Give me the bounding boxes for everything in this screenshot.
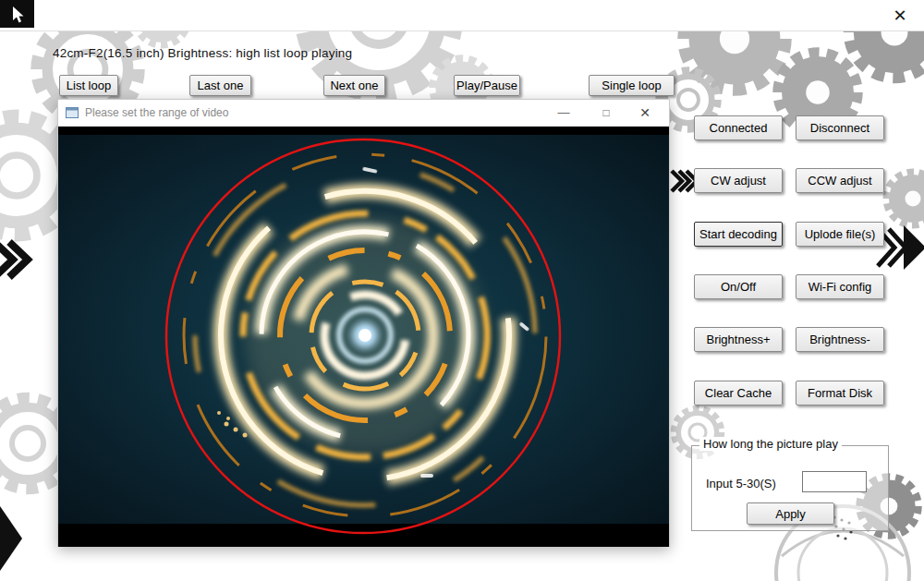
- seconds-input-label: Input 5-30(S): [706, 477, 776, 490]
- status-text: 42cm-F2(16.5 inch) Brightness: high list…: [53, 46, 352, 60]
- main-titlebar: ✕: [0, 0, 924, 31]
- dialog-window-icon: [66, 107, 79, 118]
- dialog-close-icon[interactable]: ✕: [628, 100, 662, 126]
- list-loop-button[interactable]: List loop: [59, 75, 118, 96]
- next-one-button[interactable]: Next one: [323, 75, 385, 96]
- brightness-plus-button[interactable]: Brightness+: [694, 327, 783, 352]
- connected-button[interactable]: Connected: [694, 115, 783, 140]
- cw-adjust-button[interactable]: CW adjust: [694, 168, 783, 193]
- picture-play-group: How long the picture play Input 5-30(S) …: [691, 445, 889, 531]
- play-pause-button[interactable]: Play/Pause: [454, 75, 520, 96]
- disconnect-button[interactable]: Disconnect: [796, 115, 884, 140]
- maximize-icon[interactable]: □: [590, 100, 623, 126]
- start-decoding-button[interactable]: Start decoding: [694, 222, 783, 247]
- clear-cache-button[interactable]: Clear Cache: [694, 381, 783, 405]
- last-one-button[interactable]: Last one: [189, 75, 251, 96]
- brightness-minus-button[interactable]: Brightness-: [796, 327, 884, 352]
- wifi-config-button[interactable]: Wi-Fi config: [796, 274, 884, 299]
- group-title: How long the picture play: [699, 437, 842, 451]
- minimize-icon[interactable]: —: [547, 100, 580, 126]
- video-preview[interactable]: [58, 127, 669, 547]
- window-close-button[interactable]: ✕: [888, 4, 912, 28]
- format-disk-button[interactable]: Format Disk: [796, 381, 884, 405]
- video-range-dialog: Please set the range of video — □ ✕: [57, 99, 670, 547]
- single-loop-button[interactable]: Single loop: [589, 75, 675, 96]
- seconds-input[interactable]: [802, 471, 867, 492]
- ccw-adjust-button[interactable]: CCW adjust: [796, 168, 884, 193]
- video-frame: [58, 127, 669, 547]
- on-off-button[interactable]: On/Off: [694, 274, 783, 299]
- dialog-titlebar[interactable]: Please set the range of video — □ ✕: [58, 100, 669, 127]
- cursor-icon: [0, 0, 34, 28]
- apply-button[interactable]: Apply: [747, 502, 834, 525]
- upload-files-button[interactable]: Uplode file(s): [796, 222, 884, 247]
- dialog-title: Please set the range of video: [85, 106, 228, 119]
